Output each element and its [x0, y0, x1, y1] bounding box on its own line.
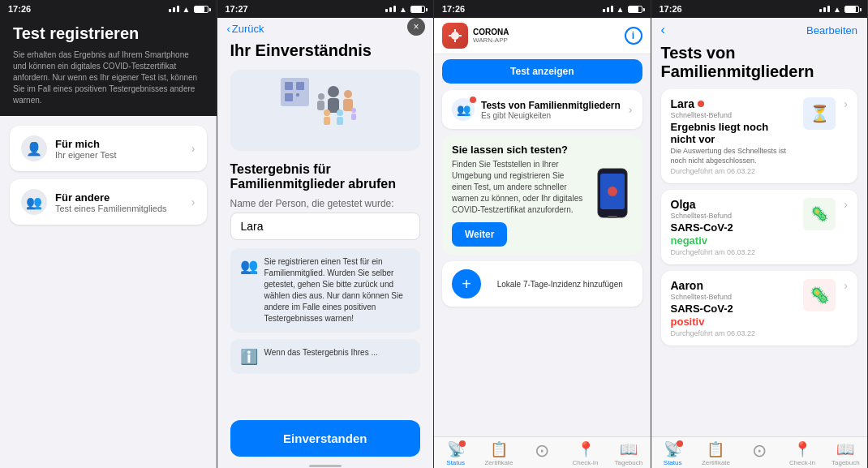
status-bar-3: 17:26 ▲ — [434, 0, 651, 18]
tab-zertifikate-4[interactable]: 📋 Zertifikate — [694, 440, 737, 466]
screen2-title: Ihr Einverständnis — [230, 41, 421, 60]
tab-status-label-3: Status — [446, 459, 465, 466]
tab-status-4[interactable]: 📡 Status — [651, 440, 694, 466]
svg-point-5 — [328, 86, 339, 97]
tab-checkin-4[interactable]: 📍 Check-In — [780, 440, 823, 466]
screen2-content: Ihr Einverständnis — [217, 41, 434, 414]
svg-rect-4 — [296, 93, 299, 97]
info-icon-2: ℹ️ — [240, 348, 258, 366]
info-text-2: Wenn das Testergebnis Ihres ... — [264, 347, 378, 366]
member-card-olga[interactable]: Olga Schnelltest-Befund SARS-CoV-2 negat… — [661, 190, 858, 264]
info-button[interactable]: i — [625, 27, 642, 45]
svg-rect-1 — [285, 82, 293, 90]
wifi-icon-1: ▲ — [183, 5, 191, 14]
wifi-icon-3: ▲ — [617, 5, 625, 14]
tab-status-3[interactable]: 📡 Status — [434, 440, 477, 466]
option2-title: Für andere — [55, 191, 183, 204]
option-fuer-andere[interactable]: 👥 Für andere Test eines Familienmitglied… — [10, 179, 207, 225]
plus-icon: + — [452, 269, 481, 298]
test-anzeigen-btn[interactable]: Test anzeigen — [442, 59, 642, 84]
svg-rect-6 — [328, 98, 339, 113]
screen1-header: Test registrieren Sie erhalten das Ergeb… — [0, 18, 217, 116]
svg-rect-14 — [337, 117, 343, 125]
lara-result: Ergebnis liegt noch nicht vor — [671, 121, 796, 145]
option1-sub: Ihr eigener Test — [55, 150, 183, 160]
tab-tagebuch-label-3: Tagebuch — [614, 459, 642, 466]
svg-point-13 — [337, 109, 343, 116]
tab-tagebuch-4[interactable]: 📖 Tagebuch — [824, 440, 867, 466]
aaron-result-label: SARS-CoV-2 — [671, 303, 796, 316]
status-badge-3 — [459, 440, 466, 447]
close-button-2[interactable]: × — [407, 18, 425, 36]
member-name-lara: Lara — [671, 97, 695, 110]
aaron-chevron: › — [844, 279, 848, 292]
tab-scan-4[interactable]: ⊙ — [737, 440, 780, 466]
option2-sub: Test eines Familienmitglieds — [55, 204, 183, 213]
phone-illustration — [592, 144, 633, 247]
back-button-2[interactable]: ‹ Zurück — [227, 23, 264, 35]
tab-checkin-label-3: Check-In — [573, 459, 599, 466]
edit-button-4[interactable]: Bearbeiten — [806, 24, 857, 36]
tab-checkin-3[interactable]: 📍 Check-In — [564, 440, 607, 466]
family-card-title: Tests von Familienmitgliedern — [481, 100, 622, 111]
info-i-icon: i — [632, 30, 634, 41]
confirm-button[interactable]: Einverstanden — [230, 420, 421, 457]
family-badge — [470, 97, 476, 103]
svg-rect-8 — [343, 99, 353, 111]
back-label-2: Zurück — [232, 23, 264, 35]
incidence-card[interactable]: + Lokale 7-Tage-Inzidenz hinzufügen — [442, 261, 642, 307]
weiter-button[interactable]: Weiter — [452, 222, 507, 247]
screen-test-registrieren: 17:26 ▲ Test registrieren Sie erhalten d… — [0, 0, 217, 468]
family-card[interactable]: 👥 Tests von Familienmitgliedern Es gibt … — [442, 90, 642, 129]
svg-point-9 — [318, 93, 324, 100]
time-4: 17:26 — [660, 4, 682, 14]
svg-point-15 — [351, 108, 356, 113]
family-illustration — [230, 70, 421, 151]
member-card-lara[interactable]: Lara Schnelltest-Befund Ergebnis liegt n… — [661, 89, 858, 183]
zertifikate-tab-icon-3: 📋 — [490, 440, 508, 458]
tab-scan-3[interactable]: ⊙ — [521, 440, 564, 466]
status-bar-2: 17:27 ▲ — [217, 0, 434, 18]
screen4-title: Tests von Familienmitgliedern — [661, 44, 858, 81]
aaron-thumb: 🦠 — [803, 279, 836, 311]
lara-date: Durchgeführt am 06.03.22 — [671, 167, 796, 175]
lara-thumb: ⏳ — [803, 97, 836, 130]
status-bar-1: 17:26 ▲ — [0, 0, 217, 18]
svg-rect-24 — [608, 216, 617, 218]
olga-result-value: negativ — [671, 234, 796, 247]
olga-date: Durchgeführt am 06.03.22 — [671, 248, 796, 256]
testing-title: Sie lassen sich testen? — [452, 144, 586, 156]
olga-result-label: SARS-CoV-2 — [671, 221, 796, 234]
member-name-aaron: Aaron — [671, 279, 703, 292]
olga-thumb: 🦠 — [803, 198, 836, 230]
tab-bar-4: 📡 Status 📋 Zertifikate ⊙ 📍 Check-In 📖 Ta… — [651, 436, 868, 468]
app-name: CORONA — [473, 28, 625, 36]
member-card-aaron[interactable]: Aaron Schnelltest-Befund SARS-CoV-2 posi… — [661, 271, 858, 346]
tab-tagebuch-3[interactable]: 📖 Tagebuch — [607, 440, 650, 466]
info-box-1: 👥 Sie registrieren einen Test für ein Fa… — [230, 248, 421, 333]
svg-point-7 — [344, 90, 352, 98]
tab-checkin-label-4: Check-In — [789, 459, 815, 466]
corona-appbar: CORONA WARN-APP i — [434, 18, 651, 54]
lara-status-dot — [698, 101, 704, 107]
option1-title: Für mich — [55, 138, 183, 150]
person-icon-1: 👤 — [21, 135, 47, 161]
screen-einverstaendnis: 17:27 ▲ × ‹ Zurück Ihr Einverständnis — [217, 0, 435, 468]
tab-zertifikate-3[interactable]: 📋 Zertifikate — [477, 440, 520, 466]
olga-test-type: Schnelltest-Befund — [671, 212, 796, 220]
name-input[interactable] — [230, 213, 421, 240]
input-label-2: Name der Person, die getestet wurde: — [230, 198, 421, 209]
member-name-olga: Olga — [671, 198, 696, 211]
app-subname: WARN-APP — [473, 36, 625, 44]
zertifikate-tab-icon-4: 📋 — [707, 440, 724, 458]
option-fuer-mich[interactable]: 👤 Für mich Ihr eigener Test › — [10, 126, 207, 171]
testing-desc: Finden Sie Teststellen in Ihrer Umgebung… — [452, 159, 586, 216]
svg-point-25 — [608, 187, 617, 196]
aaron-result-value: positiv — [671, 316, 796, 328]
svg-rect-12 — [324, 117, 330, 125]
info-box-2: ℹ️ Wenn das Testergebnis Ihres ... — [230, 339, 421, 374]
svg-rect-2 — [296, 82, 304, 90]
time-1: 17:26 — [8, 4, 31, 14]
family-members-list: Lara Schnelltest-Befund Ergebnis liegt n… — [651, 89, 868, 436]
back-icon-4[interactable]: ‹ — [661, 23, 665, 37]
